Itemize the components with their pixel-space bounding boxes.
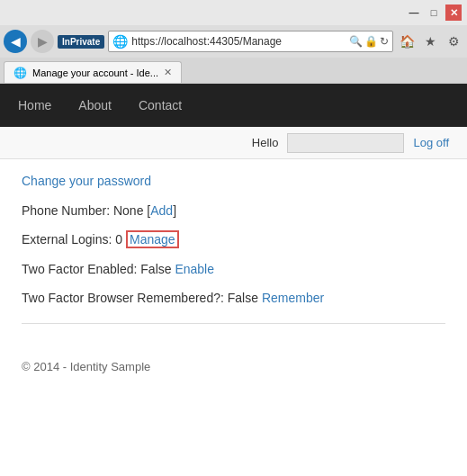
- title-bar: — □ ✕: [0, 0, 467, 25]
- external-logins-manage-box: Manage: [126, 230, 179, 248]
- footer-text: © 2014 - Identity Sample: [22, 360, 150, 373]
- phone-number-row: Phone Number: None [Add]: [22, 201, 445, 220]
- twofactor-row: Two Factor Enabled: False Enable: [22, 259, 445, 279]
- maximize-button[interactable]: □: [426, 4, 442, 21]
- toolbar-right: 🏠 ★ ⚙: [397, 31, 463, 51]
- nav-home-link[interactable]: Home: [18, 98, 51, 112]
- content-divider: [22, 323, 445, 324]
- address-icons: 🔍 🔒 ↻: [349, 35, 389, 48]
- search-icon: 🔍: [349, 35, 363, 48]
- footer: © 2014 - Identity Sample: [0, 353, 467, 381]
- nav-about-link[interactable]: About: [78, 98, 112, 112]
- lock-icon: 🔒: [364, 35, 378, 48]
- home-toolbar-icon[interactable]: 🏠: [397, 31, 417, 51]
- hello-label: Hello: [252, 136, 279, 149]
- address-text: https://localhost:44305/Manage: [131, 35, 346, 48]
- back-button[interactable]: ◀: [4, 30, 27, 53]
- favorites-icon[interactable]: ★: [420, 31, 440, 51]
- minimize-button[interactable]: —: [406, 4, 422, 21]
- external-logins-row: External Logins: 0 Manage: [22, 229, 445, 249]
- hello-username-input[interactable]: [287, 133, 404, 153]
- hello-bar: Hello Log off: [0, 127, 467, 159]
- tab-bar: 🌐 Manage your account - Ide... ✕: [0, 58, 467, 83]
- twofactor-remember-row: Two Factor Browser Remembered?: False Re…: [22, 288, 445, 308]
- address-bar[interactable]: 🌐 https://localhost:44305/Manage 🔍 🔒 ↻: [108, 31, 393, 52]
- change-password-link[interactable]: Change your password: [22, 174, 445, 188]
- refresh-icon: ↻: [380, 35, 389, 48]
- close-button[interactable]: ✕: [445, 4, 462, 21]
- twofactor-remember-label: Two Factor Browser Remembered?: False: [22, 291, 262, 305]
- external-logins-count: 0: [115, 232, 126, 247]
- tab-favicon: 🌐: [13, 67, 27, 79]
- browser-nav-bar: ◀ ▶ InPrivate 🌐 https://localhost:44305/…: [0, 25, 467, 58]
- app-navbar: Home About Contact: [0, 84, 467, 127]
- forward-button[interactable]: ▶: [31, 30, 54, 53]
- phone-label: Phone Number: None [: [22, 203, 150, 218]
- phone-end: ]: [173, 203, 176, 218]
- inprivate-badge: InPrivate: [58, 35, 104, 49]
- tab-label: Manage your account - Ide...: [32, 67, 158, 78]
- main-content: Change your password Phone Number: None …: [0, 159, 467, 353]
- twofactor-remember-link[interactable]: Remember: [262, 291, 324, 305]
- settings-icon[interactable]: ⚙: [444, 31, 463, 51]
- phone-add-link[interactable]: Add: [150, 203, 173, 218]
- nav-contact-link[interactable]: Contact: [139, 98, 182, 112]
- twofactor-enable-link[interactable]: Enable: [175, 262, 214, 276]
- twofactor-label: Two Factor Enabled: False: [22, 262, 175, 276]
- external-logins-manage-link[interactable]: Manage: [130, 232, 175, 247]
- browser-tab[interactable]: 🌐 Manage your account - Ide... ✕: [4, 61, 182, 83]
- external-logins-label: External Logins:: [22, 232, 115, 247]
- logoff-link[interactable]: Log off: [413, 136, 449, 149]
- ie-icon: 🌐: [112, 34, 128, 49]
- browser-chrome: — □ ✕ ◀ ▶ InPrivate 🌐 https://localhost:…: [0, 0, 467, 84]
- tab-close-button[interactable]: ✕: [164, 67, 172, 78]
